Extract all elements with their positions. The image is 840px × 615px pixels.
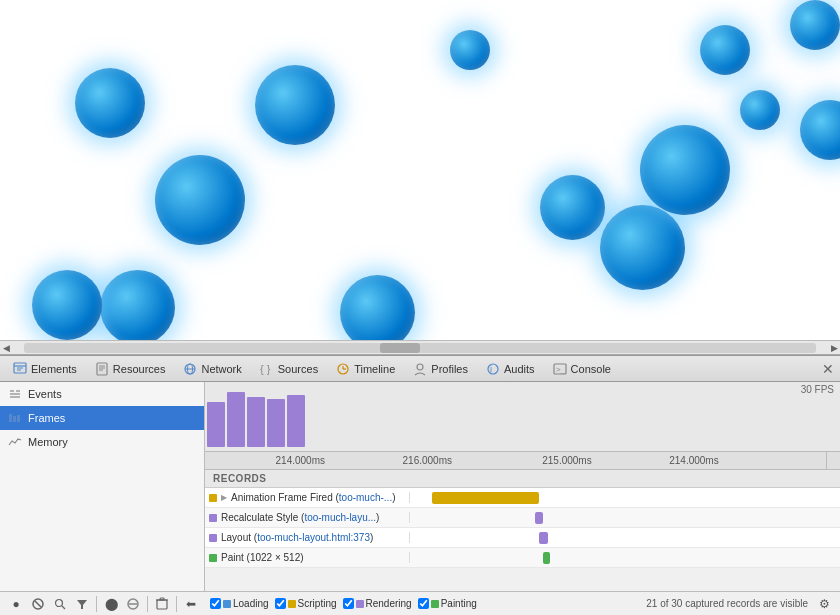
sidebar-item-memory[interactable]: Memory [0,430,204,454]
record-name: Animation Frame Fired (too-much-...) [231,492,396,503]
table-row: ▶Animation Frame Fired (too-much-...) [205,488,840,508]
filter-painting[interactable]: Painting [418,598,477,609]
console-tab-icon: >_ [553,362,567,376]
record-bar [535,512,544,524]
timeline-graph: 30 FPS [205,382,840,452]
timeline-tab-icon [336,362,350,376]
filter-scripting-dot [288,600,296,608]
tab-sources[interactable]: { }Sources [251,358,327,380]
bubble [75,68,145,138]
ruler-mark: 214.000ms [276,455,325,466]
filter-scripting-checkbox[interactable] [275,598,286,609]
filters-area: LoadingScriptingRenderingPainting [207,598,480,609]
record-name: Recalculate Style (too-much-layu...) [221,512,379,523]
bubble [255,65,335,145]
sources-tab-label: Sources [278,363,318,375]
tab-bar: ElementsResourcesNetwork{ }SourcesTimeli… [0,356,840,382]
bubble [640,125,730,215]
profiles-tab-icon [413,362,427,376]
divider3 [176,596,177,612]
close-devtools-button[interactable]: ✕ [820,361,836,377]
audits-tab-icon: i [486,362,500,376]
tab-console[interactable]: >_Console [544,358,620,380]
filter-button[interactable] [72,594,92,614]
console-tab-label: Console [571,363,611,375]
settings-button[interactable]: ⚙ [814,594,834,614]
svg-rect-25 [13,416,16,422]
tab-network[interactable]: Network [174,358,250,380]
expand-button[interactable]: ▶ [221,493,227,502]
left-panel: EventsFramesMemory [0,382,205,591]
sources-tab-icon: { } [260,362,274,376]
back-button[interactable]: ⬅ [181,594,201,614]
profiles-tab-label: Profiles [431,363,468,375]
bubble [450,30,490,70]
search-button[interactable] [50,594,70,614]
record-button[interactable]: ● [6,594,26,614]
record-link[interactable]: too-much-layu... [304,512,376,523]
right-panel: 30 FPS 214.000ms216.000ms215.000ms214.00… [205,382,840,591]
prohibit-button[interactable] [123,594,143,614]
bubble [340,275,415,350]
sidebar-item-frames[interactable]: Frames [0,406,204,430]
records-panel: RECORDS ▶Animation Frame Fired (too-much… [205,470,840,591]
svg-rect-4 [97,363,107,375]
devtools-body: EventsFramesMemory 30 FPS 214.000ms216.0… [0,382,840,591]
ruler-mark: 214.000ms [669,455,718,466]
svg-text:i: i [490,364,492,374]
filter-rendering-checkbox[interactable] [343,598,354,609]
record-link[interactable]: too-much-... [339,492,392,503]
frame-bar [267,399,285,447]
tab-resources[interactable]: Resources [86,358,175,380]
filter-loading-dot [223,600,231,608]
record-name: Paint (1022 × 512) [221,552,304,563]
tab-audits[interactable]: iAudits [477,358,544,380]
viewport-scrollbar[interactable]: ◀ ▶ [0,340,840,354]
clear-button[interactable] [28,594,48,614]
elements-tab-label: Elements [31,363,77,375]
bubble [540,175,605,240]
record-bar [539,532,548,544]
table-row: Paint (1022 × 512) [205,548,840,568]
events-sidebar-label: Events [28,388,62,400]
table-row: Recalculate Style (too-much-layu...) [205,508,840,528]
scroll-left-arrow[interactable]: ◀ [0,342,12,354]
scrollbar-thumb[interactable] [380,343,420,353]
svg-point-29 [56,599,63,606]
filter-painting-checkbox[interactable] [418,598,429,609]
filter-loading-checkbox[interactable] [210,598,221,609]
frames-sidebar-label: Frames [28,412,65,424]
bubble [100,270,175,345]
bubble-canvas [0,0,840,340]
record-timeline [410,548,840,567]
filter-scripting[interactable]: Scripting [275,598,337,609]
scroll-right-arrow[interactable]: ▶ [828,342,840,354]
record-timeline [410,508,840,527]
tab-timeline[interactable]: Timeline [327,358,404,380]
devtools-panel: ElementsResourcesNetwork{ }SourcesTimeli… [0,355,840,615]
tab-profiles[interactable]: Profiles [404,358,477,380]
timeline-scrollbar[interactable] [826,452,840,469]
frame-bar [227,392,245,447]
record-color-indicator [209,534,217,542]
record-link[interactable]: too-much-layout.html:373 [257,532,370,543]
records-header: RECORDS [205,470,840,488]
record-timeline [410,528,840,547]
sidebar-item-events[interactable]: Events [0,382,204,406]
filter-rendering[interactable]: Rendering [343,598,412,609]
divider2 [147,596,148,612]
audits-tab-label: Audits [504,363,535,375]
bubble [155,155,245,245]
timeline-tab-label: Timeline [354,363,395,375]
svg-rect-24 [9,414,12,422]
frame-bars [205,382,307,451]
filter-loading[interactable]: Loading [210,598,269,609]
filter-painting-dot [431,600,439,608]
record-bar [543,552,549,564]
tab-elements[interactable]: Elements [4,358,86,380]
filter-scripting-label: Scripting [298,598,337,609]
frame-bar [207,402,225,447]
dot-button[interactable]: ⬤ [101,594,121,614]
records-list: ▶Animation Frame Fired (too-much-...)Rec… [205,488,840,568]
trash-button[interactable] [152,594,172,614]
